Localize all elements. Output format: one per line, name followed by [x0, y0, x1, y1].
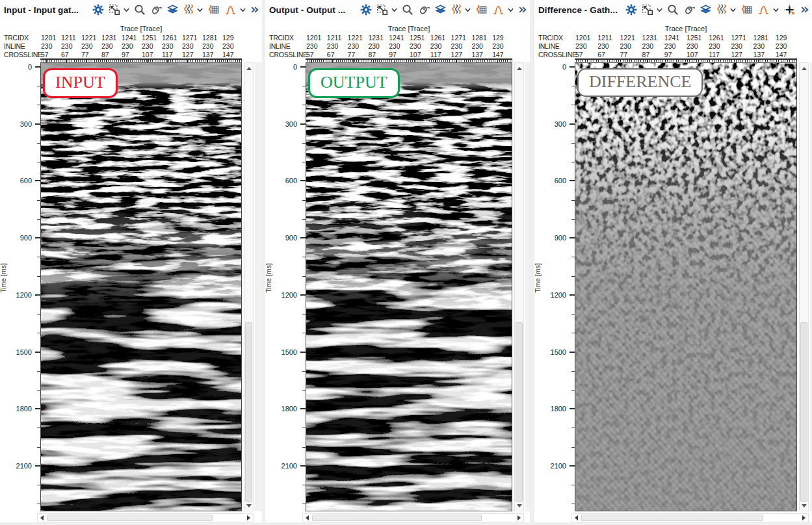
- header-row-label: TRCIDX: [269, 34, 294, 42]
- vertical-scrollbar[interactable]: [244, 62, 254, 511]
- seismic-texture: [575, 63, 796, 511]
- gear-icon[interactable]: [625, 3, 637, 16]
- zoom-icon[interactable]: [667, 3, 679, 16]
- vertical-scroll-thumb[interactable]: [800, 322, 807, 502]
- vertical-scroll-thumb[interactable]: [516, 322, 523, 502]
- up-arrow-icon: [246, 67, 252, 70]
- header-value: 1231: [101, 34, 122, 42]
- header-value: 1281: [753, 34, 776, 42]
- header-value: 230: [61, 42, 81, 50]
- scroll-right-button[interactable]: [244, 514, 253, 522]
- header-value: 1241: [122, 34, 142, 42]
- wiggle-display-icon[interactable]: [716, 3, 727, 16]
- scroll-down-button[interactable]: [800, 501, 808, 510]
- wiggle-display-icon[interactable]: [451, 3, 462, 16]
- scroll-left-button[interactable]: [303, 514, 311, 522]
- dropdown-caret-icon[interactable]: [657, 8, 662, 12]
- horizontal-scrollbar[interactable]: [302, 513, 524, 522]
- panel-titlebar: Difference - Gath...: [534, 0, 812, 19]
- scroll-down-button[interactable]: [244, 501, 253, 510]
- time-tick-label: 2100: [6, 462, 32, 470]
- header-value: 230: [182, 42, 202, 50]
- zoom-icon[interactable]: [134, 3, 146, 16]
- scroll-up-button[interactable]: [800, 64, 808, 73]
- layers-icon[interactable]: [700, 3, 712, 16]
- crosshair-icon[interactable]: [783, 3, 796, 16]
- horizontal-scroll-thumb[interactable]: [312, 515, 482, 521]
- header-value: 1221: [348, 34, 369, 42]
- histogram-icon[interactable]: [224, 3, 237, 16]
- header-value: 127: [182, 51, 202, 58]
- time-tick-label: 900: [540, 234, 566, 242]
- seismic-view-input[interactable]: INPUT: [40, 62, 242, 511]
- trace-axis-title: Trace [Trace]: [40, 25, 242, 32]
- spreadsheet-icon[interactable]: [475, 3, 488, 16]
- header-row-label: TRCIDX: [538, 34, 563, 42]
- histogram-icon[interactable]: [492, 3, 504, 16]
- dropdown-caret-icon[interactable]: [240, 8, 246, 12]
- down-arrow-icon: [517, 504, 522, 507]
- pointer-select-icon[interactable]: [642, 3, 653, 16]
- header-value: 230: [41, 42, 61, 50]
- scroll-left-button[interactable]: [38, 514, 46, 522]
- mouse-pan-icon[interactable]: [683, 3, 695, 16]
- scroll-right-button[interactable]: [800, 514, 808, 522]
- gear-icon[interactable]: [360, 3, 372, 16]
- layers-icon[interactable]: [434, 3, 447, 16]
- histogram-icon[interactable]: [757, 3, 770, 16]
- header-value: 230: [122, 42, 142, 50]
- seismic-view-output[interactable]: OUTPUT: [306, 62, 512, 511]
- pointer-select-icon[interactable]: [376, 3, 388, 16]
- time-tick-label: 300: [271, 120, 297, 128]
- horizontal-scroll-thumb[interactable]: [47, 515, 213, 521]
- header-value: 1241: [664, 34, 687, 42]
- vertical-scroll-thumb[interactable]: [245, 322, 252, 502]
- header-value: 107: [687, 51, 709, 58]
- header-row-trcidx: TRCIDX 120112111221123112411251126112711…: [538, 34, 812, 42]
- panel-difference: Difference - Gath... Trace [Trace] TRCID…: [534, 0, 812, 522]
- vertical-scrollbar[interactable]: [514, 62, 524, 511]
- zoom-icon[interactable]: [402, 3, 413, 16]
- vertical-scrollbar[interactable]: [799, 62, 809, 511]
- mouse-pan-icon[interactable]: [150, 3, 162, 16]
- trace-header: Trace [Trace] TRCIDX 1201121112211231124…: [265, 22, 530, 62]
- horizontal-scrollbar[interactable]: [37, 513, 254, 522]
- header-value: 230: [81, 42, 101, 50]
- spreadsheet-icon[interactable]: [207, 3, 220, 16]
- mouse-pan-icon[interactable]: [418, 3, 430, 16]
- scroll-right-button[interactable]: [515, 514, 523, 522]
- seismic-view-difference[interactable]: DIFFERENCE: [575, 62, 797, 511]
- dropdown-caret-icon[interactable]: [197, 8, 203, 12]
- scroll-up-button[interactable]: [244, 64, 253, 73]
- scroll-left-button[interactable]: [572, 514, 581, 522]
- wiggle-display-icon[interactable]: [183, 3, 194, 16]
- dropdown-caret-icon[interactable]: [730, 8, 736, 12]
- header-value: 230: [731, 42, 753, 50]
- header-value: 230: [664, 42, 687, 50]
- section-label: OUTPUT: [308, 68, 400, 98]
- horizontal-scrollbar[interactable]: [571, 513, 809, 522]
- overflow-icon[interactable]: [518, 3, 527, 16]
- dropdown-caret-icon[interactable]: [465, 8, 471, 12]
- header-value: 230: [410, 42, 430, 50]
- header-value: 230: [642, 42, 664, 50]
- header-value: 129: [776, 34, 798, 42]
- horizontal-scroll-thumb[interactable]: [581, 515, 763, 521]
- scroll-up-button[interactable]: [515, 64, 523, 73]
- header-value: 97: [122, 51, 142, 58]
- time-tick-label: 0: [6, 63, 32, 71]
- header-value: 230: [575, 42, 597, 50]
- pointer-select-icon[interactable]: [109, 3, 120, 16]
- dropdown-caret-icon[interactable]: [773, 8, 779, 12]
- spreadsheet-icon[interactable]: [740, 3, 753, 16]
- header-value: 1251: [687, 34, 709, 42]
- dropdown-caret-icon[interactable]: [124, 8, 129, 12]
- header-row-label: INLINE: [4, 42, 25, 50]
- dropdown-caret-icon[interactable]: [508, 8, 514, 12]
- gear-icon[interactable]: [92, 3, 104, 16]
- layers-icon[interactable]: [166, 3, 179, 16]
- scroll-down-button[interactable]: [515, 501, 523, 510]
- overflow-icon[interactable]: [250, 3, 259, 16]
- overflow-icon[interactable]: [800, 3, 809, 16]
- dropdown-caret-icon[interactable]: [391, 8, 397, 12]
